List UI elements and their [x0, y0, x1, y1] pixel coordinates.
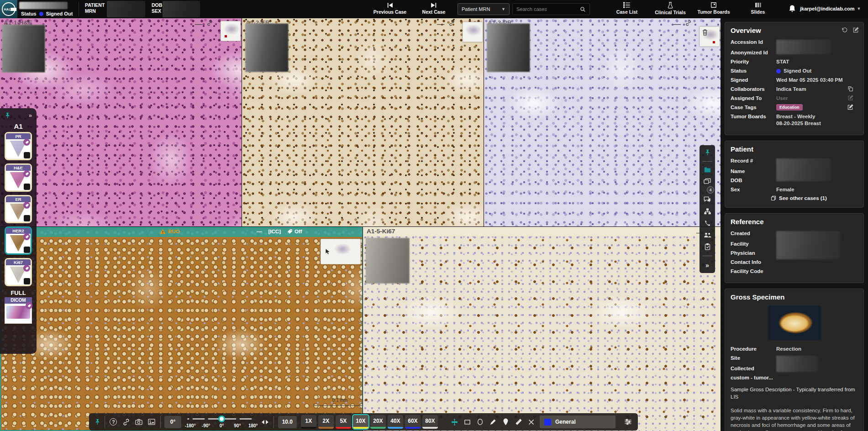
viewport-er[interactable]: A1-2-ER — — [242, 18, 484, 227]
freehand-pen-tool-icon[interactable] — [489, 416, 497, 427]
minimap[interactable] — [700, 26, 720, 47]
nav-case-list[interactable]: Case List — [612, 2, 642, 15]
status-dot — [776, 69, 781, 74]
ellipse-tool-icon[interactable] — [476, 416, 484, 427]
thumb-corner-control[interactable] — [24, 247, 30, 253]
mag-10x[interactable]: 10X — [353, 415, 368, 429]
viewport-pr[interactable]: A1-3-PR — — [484, 18, 721, 227]
link-icon[interactable] — [685, 20, 691, 28]
edit-icon[interactable] — [852, 27, 859, 33]
priority-label: Priority — [731, 58, 776, 65]
collapse-toolbar-icon[interactable]: » — [705, 262, 709, 269]
display-settings-sliders-icon[interactable] — [624, 416, 632, 427]
user-account-menu[interactable]: jkarpel@indicalab.com▼ — [800, 6, 861, 11]
image-icon[interactable] — [147, 416, 156, 427]
mag-20x[interactable]: 20X — [370, 415, 386, 429]
slide-thumb-her2[interactable]: HER2 — [5, 226, 32, 255]
thumb-corner-control[interactable] — [24, 278, 30, 284]
case-tag-badge[interactable]: Education — [776, 104, 803, 110]
thumb-corner-control[interactable] — [24, 184, 30, 190]
thumb-corner-control[interactable] — [24, 152, 30, 158]
viewport-header-ki67 — [363, 227, 721, 236]
edit-icon[interactable] — [847, 104, 853, 110]
mag-5x[interactable]: 5X — [336, 415, 351, 429]
help-icon[interactable]: ? — [109, 416, 118, 427]
scissors-tool-icon[interactable] — [527, 416, 536, 427]
mag-80x[interactable]: 80X — [422, 415, 438, 429]
notifications-bell-icon[interactable] — [789, 5, 796, 13]
nav-tumor-boards[interactable]: Tumor Boards — [693, 2, 734, 15]
status-value: Signed Out — [776, 68, 811, 74]
hierarchy-icon[interactable] — [704, 208, 711, 215]
pin-icon[interactable] — [705, 149, 710, 156]
minimap-position-dot — [225, 35, 227, 37]
clipboard-check-icon[interactable] — [705, 243, 710, 250]
slide-thumb-er[interactable]: ER — [5, 195, 32, 223]
nav-slides[interactable]: Slides — [745, 2, 771, 15]
see-other-cases-link[interactable]: See other cases (1) — [771, 195, 858, 201]
comments-icon[interactable] — [704, 196, 711, 203]
minimize-icon[interactable]: — — [257, 229, 262, 234]
rectangle-tool-icon[interactable] — [463, 416, 472, 427]
mag-1x[interactable]: 1X — [301, 415, 316, 429]
site-collected-redacted — [776, 356, 818, 372]
slide-thumb-he[interactable]: H&E — [5, 163, 32, 192]
thumb-corner-control[interactable] — [24, 215, 30, 221]
minimap[interactable] — [321, 239, 361, 264]
search-filter-select[interactable]: Patient MRN▼ — [458, 3, 510, 15]
procedure-value: Resection — [776, 346, 801, 352]
previous-case-button[interactable]: Previous Case — [371, 2, 409, 15]
classifier-toggle[interactable]: Off — [287, 229, 302, 234]
search-input[interactable]: Search cases — [512, 3, 590, 15]
history-icon[interactable] — [842, 27, 848, 33]
edit-icon[interactable] — [847, 95, 853, 101]
folder-icon[interactable] — [704, 167, 711, 173]
zoom-value-button[interactable]: 10.0 — [278, 416, 297, 428]
next-case-button[interactable]: Next Case — [415, 2, 453, 15]
minimap[interactable] — [463, 22, 483, 42]
pin-icon[interactable] — [5, 112, 11, 119]
rotation-knob[interactable] — [218, 415, 225, 422]
icc-label[interactable]: [ICC] — [268, 229, 281, 234]
assigned-to-label: Assigned To — [731, 95, 776, 102]
mag-40x[interactable]: 40X — [388, 415, 403, 429]
slide-thumb-pr[interactable]: PR — [5, 132, 32, 160]
case-tags-label: Case Tags — [731, 104, 776, 111]
minimize-icon[interactable]: — — [195, 20, 202, 28]
copy-icon[interactable] — [847, 86, 853, 92]
slide-tray: » A1 PR H&E ER HER2 Ki67 FULL DICOM — [0, 108, 37, 354]
link-icon[interactable] — [207, 20, 213, 28]
rotation-reset-button[interactable]: 0° — [164, 416, 181, 428]
minimize-icon[interactable]: — — [673, 20, 681, 28]
mag-2x[interactable]: 2X — [318, 415, 334, 429]
link-icon[interactable] — [122, 416, 131, 427]
search-icon[interactable] — [580, 6, 586, 12]
annotation-count-badge: 4 — [707, 186, 714, 194]
pan-tool-icon[interactable] — [450, 416, 459, 427]
minimize-icon[interactable]: — — [437, 20, 444, 28]
mag-60x[interactable]: 60X — [405, 415, 421, 429]
annotation-layer-select[interactable]: General — [540, 415, 615, 428]
nav-clinical-trials[interactable]: Clinical Trials — [651, 2, 690, 15]
collapse-tray-icon[interactable]: » — [29, 112, 32, 119]
slide-stack-icon[interactable] — [704, 178, 711, 184]
link-icon[interactable] — [449, 20, 455, 28]
viewport-ki67[interactable]: A1-5-Ki67 — — [363, 227, 721, 431]
collaborators-icon[interactable] — [704, 232, 711, 238]
snapshot-camera-icon[interactable] — [135, 416, 143, 427]
rotation-tick: 90° — [234, 423, 241, 428]
dicom-thumb[interactable] — [5, 304, 32, 324]
ruo-warning: RUO — [160, 229, 180, 234]
minimap[interactable] — [221, 21, 241, 41]
viewport-her2[interactable]: RUO — [ICC] Off 0.1 mm — [0, 227, 363, 431]
ruler-tool-icon[interactable] — [514, 416, 523, 427]
trash-icon[interactable] — [702, 29, 708, 36]
pin-icon[interactable] — [95, 419, 100, 425]
halo-ap-logo[interactable]: HALO AP — [0, 0, 17, 18]
phone-icon[interactable] — [704, 220, 710, 226]
slide-thumb-ki67[interactable]: Ki67 — [5, 258, 32, 286]
rotation-slider[interactable]: -180° -90° 0° 90° 180° — [185, 414, 257, 430]
pin-drop-tool-icon[interactable] — [501, 416, 510, 427]
flip-icon[interactable] — [261, 416, 269, 427]
dob-label: DOB — [731, 177, 776, 184]
